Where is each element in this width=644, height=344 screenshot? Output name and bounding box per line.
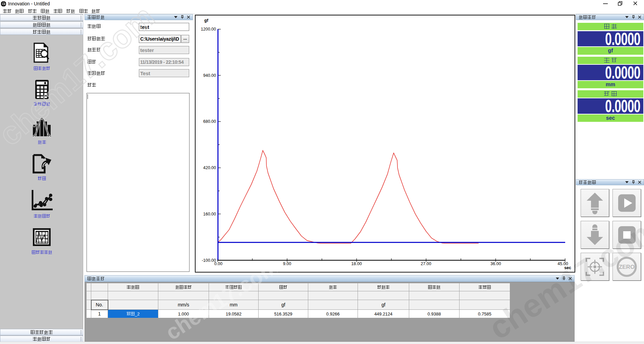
- svg-text:sec: sec: [564, 265, 571, 270]
- svg-text:-100.00: -100.00: [202, 258, 216, 263]
- svg-text:940.00: 940.00: [203, 73, 216, 78]
- svg-text:36.00: 36.00: [490, 261, 501, 266]
- svg-text:ZERO: ZERO: [619, 264, 635, 270]
- svg-text:18.00: 18.00: [351, 261, 362, 266]
- svg-text:27.00: 27.00: [421, 261, 431, 266]
- svg-text:45.00: 45.00: [557, 261, 568, 266]
- svg-text:680.00: 680.00: [203, 119, 216, 124]
- svg-text:420.00: 420.00: [203, 165, 216, 170]
- svg-text:0.00: 0.00: [214, 261, 222, 266]
- svg-text:1200.00: 1200.00: [201, 27, 216, 32]
- svg-text:160.00: 160.00: [203, 212, 216, 216]
- svg-text:gf: gf: [204, 18, 209, 23]
- svg-text:9.00: 9.00: [283, 261, 291, 266]
